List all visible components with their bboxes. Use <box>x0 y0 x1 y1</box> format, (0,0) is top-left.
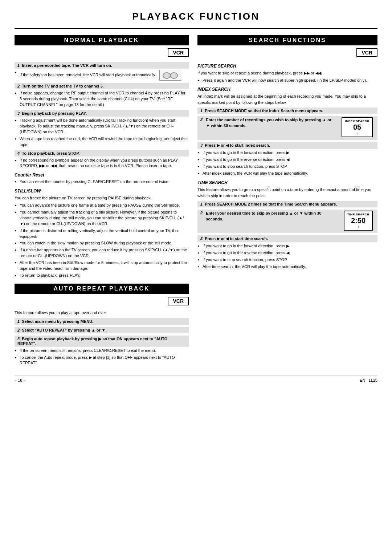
time-step-3-heading: 3 Press ▶ or ◀ to start time search. <box>197 235 377 242</box>
page-title: PLAYBACK FUNCTION <box>15 11 377 22</box>
ar-step-3-b2: To cancel the Auto repeat mode, press ▶ … <box>15 355 189 366</box>
idx-step-3-bullets: If you want to go in the forward directi… <box>197 150 377 176</box>
time-b1: If you want to go in the forward directi… <box>197 243 377 249</box>
step-2-bullet-1: If noise appears, change the RF output c… <box>15 90 189 108</box>
step-4-bullet-1: If no corresponding symbols appear on th… <box>15 158 189 169</box>
ar-step-1-heading: 1 Select main menu by pressing MENU. <box>15 318 189 325</box>
auto-repeat-title: AUTO REPEAT PLAYBACK <box>15 284 189 294</box>
index-search-intro: An index mark will be assigned at the be… <box>197 93 377 105</box>
picture-search-intro: If you want to skip or repeat a scene du… <box>197 70 377 76</box>
picture-search-section: PICTURE SEARCH If you want to skip or re… <box>197 64 377 83</box>
still-slow-b1: You can advance the picture one frame at… <box>15 203 189 208</box>
step-2: 2 Turn on the TV and set the TV to chann… <box>15 83 189 108</box>
still-slow-b5: If a noise bar appears on the TV screen,… <box>15 247 189 259</box>
idx-step-1-heading: 1 Press SEARCH MODE so that the Index Se… <box>197 107 377 114</box>
time-step-2-heading: 2 Enter your desired time to skip by pre… <box>197 210 377 233</box>
step-4-bullets: If no corresponding symbols appear on th… <box>15 158 189 169</box>
normal-playback-vcr-label: VCR <box>168 48 189 57</box>
still-slow-b3: If the picture is distorted or rolling v… <box>15 228 189 240</box>
auto-repeat-section: AUTO REPEAT PLAYBACK VCR This feature al… <box>15 284 189 366</box>
time-step-3: 3 Press ▶ or ◀ to start time search. If … <box>197 235 377 270</box>
idx-b4: After index search, the VCR will play th… <box>197 171 377 176</box>
step-3-bullets: Tracking adjustment will be done automat… <box>15 118 189 148</box>
index-box-arrow: ↕ <box>345 131 369 135</box>
footer-code: 1L25 <box>369 378 377 382</box>
time-box-title: TIME SEARCH <box>347 213 369 216</box>
step-1-bullet-1: If the safety tab has been removed, the … <box>15 70 189 81</box>
ar-step-3-heading: 3 Begin auto repeat playback by pressing… <box>15 336 189 347</box>
auto-repeat-intro: This feature allows you to play a tape o… <box>15 310 189 316</box>
ar-step-2-heading: 2 Select "AUTO REPEAT" by pressing ▲ or … <box>15 327 189 333</box>
time-search-display: TIME SEARCH 2:50 ↕ <box>344 211 373 231</box>
search-functions-vcr-label: VCR <box>356 48 377 57</box>
index-box-value: 05 <box>345 123 369 131</box>
time-box-value: 2:50 <box>347 216 369 225</box>
step-3-bullet-2: When a tape has reached the end, the VCR… <box>15 136 189 148</box>
idx-b2: If you want to go in the reverse directi… <box>197 157 377 163</box>
idx-b1: If you want to go in the forward directi… <box>197 150 377 156</box>
still-slow-title: STILL/SLOW <box>15 188 189 194</box>
step-4-heading: 4 To stop playback, press STOP. <box>15 150 189 157</box>
step-4: 4 To stop playback, press STOP. If no co… <box>15 150 189 169</box>
index-search-title: INDEX SEARCH <box>197 87 377 92</box>
step-3-heading: 3 Begin playback by pressing PLAY. <box>15 110 189 117</box>
step-3: 3 Begin playback by pressing PLAY. Track… <box>15 110 189 148</box>
picture-search-b1: Press it again and the VCR will now sear… <box>197 78 377 84</box>
picture-search-bullets: Press it again and the VCR will now sear… <box>197 78 377 84</box>
idx-b3: If you want to stop search function, pre… <box>197 164 377 170</box>
normal-playback-title: NORMAL PLAYBACK <box>15 35 189 45</box>
index-box-title: INDEX SEARCH <box>345 119 369 123</box>
still-slow-b4: You can watch in the slow motion by pres… <box>15 240 189 246</box>
idx-step-2-text: Enter the number of recordings you wish … <box>206 117 336 129</box>
left-column: NORMAL PLAYBACK VCR 1 Insert a prerecord… <box>15 35 189 368</box>
search-functions-section: SEARCH FUNCTIONS VCR PICTURE SEARCH If y… <box>197 35 377 270</box>
step-1-bullets: If the safety tab has been removed, the … <box>15 70 189 81</box>
time-b3: If you want to stop search function, pre… <box>197 257 377 263</box>
time-search-title: TIME SEARCH <box>197 180 377 185</box>
ar-step-2: 2 Select "AUTO REPEAT" by pressing ▲ or … <box>15 327 189 333</box>
index-search-section: INDEX SEARCH An index mark will be assig… <box>197 87 377 176</box>
ar-step-1: 1 Select main menu by pressing MENU. <box>15 318 189 325</box>
still-slow-b7: To return to playback, press PLAY. <box>15 273 189 279</box>
still-slow-bullets: You can advance the picture one frame at… <box>15 203 189 279</box>
still-slow-b6: After the VCR has been in Still/Slow mod… <box>15 260 189 272</box>
time-step-2: 2 Enter your desired time to skip by pre… <box>197 210 377 233</box>
still-slow-b2: You cannot manually adjust the tracking … <box>15 210 189 227</box>
idx-step-3: 3 Press ▶ or ◀ to start index search. If… <box>197 142 377 176</box>
time-step-3-bullets: If you want to go in the forward directi… <box>197 243 377 270</box>
still-slow-section: STILL/SLOW You can freeze the picture on… <box>15 188 189 279</box>
step-2-heading: 2 Turn on the TV and set the TV to chann… <box>15 83 189 89</box>
ar-step-3: 3 Begin auto repeat playback by pressing… <box>15 336 189 366</box>
page-footer: – 18 – EN 1L25 <box>15 375 377 382</box>
right-column: SEARCH FUNCTIONS VCR PICTURE SEARCH If y… <box>197 35 377 368</box>
time-step-1-heading: 1 Press SEARCH MODE 2 times so that the … <box>197 201 377 207</box>
time-search-section: TIME SEARCH This feature allows you to g… <box>197 180 377 270</box>
page-number: – 18 – <box>15 378 26 382</box>
counter-reset-bullets: You can reset the counter by pressing CL… <box>15 179 189 185</box>
step-2-bullets: If noise appears, change the RF output c… <box>15 90 189 108</box>
ar-step-3-b1: If the on-screen menu still remains, pre… <box>15 348 189 354</box>
idx-step-1: 1 Press SEARCH MODE so that the Index Se… <box>197 107 377 114</box>
step-1-heading: 1 Insert a prerecorded tape. The VCR wil… <box>15 62 189 69</box>
idx-step-3-heading: 3 Press ▶ or ◀ to start index search. <box>197 142 377 149</box>
time-box-arrow: ↕ <box>347 225 369 228</box>
auto-repeat-vcr-label: VCR <box>168 297 189 305</box>
time-step-1: 1 Press SEARCH MODE 2 times so that the … <box>197 201 377 207</box>
step-3-bullet-1: Tracking adjustment will be done automat… <box>15 118 189 135</box>
idx-step-2: 2 Enter the number of recordings you wis… <box>197 116 377 140</box>
time-b4: After time search, the VCR will play the… <box>197 264 377 270</box>
idx-step-2-heading: 2 Enter the number of recordings you wis… <box>197 116 377 140</box>
ar-step-3-bullets: If the on-screen menu still remains, pre… <box>15 348 189 366</box>
tape-icon <box>159 70 181 81</box>
time-b2: If you want to go in the reverse directi… <box>197 250 377 256</box>
step-1: 1 Insert a prerecorded tape. The VCR wil… <box>15 62 189 81</box>
normal-playback-section: NORMAL PLAYBACK VCR 1 Insert a prerecord… <box>15 35 189 279</box>
counter-reset-bullet-1: You can reset the counter by pressing CL… <box>15 179 189 185</box>
counter-reset-section: Counter Reset You can reset the counter … <box>15 172 189 185</box>
index-search-display: INDEX SEARCH 05 ↕ <box>342 117 373 137</box>
counter-reset-title: Counter Reset <box>15 172 189 178</box>
search-functions-title: SEARCH FUNCTIONS <box>197 35 377 45</box>
picture-search-title: PICTURE SEARCH <box>197 64 377 69</box>
time-search-intro: This feature allows you to go to a speci… <box>197 187 377 199</box>
time-step-2-text: Enter your desired time to skip by press… <box>206 211 338 222</box>
